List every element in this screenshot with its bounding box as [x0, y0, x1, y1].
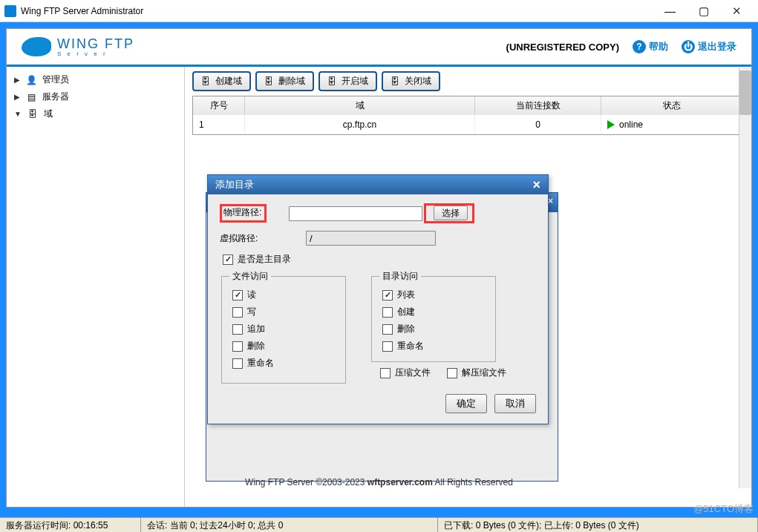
close-icon[interactable]: ×	[548, 196, 553, 206]
cell-domain: cp.ftp.cn	[245, 115, 475, 134]
delete-domain-button[interactable]: 🗄 删除域	[255, 71, 314, 91]
maximize-button[interactable]: ▢	[687, 1, 720, 22]
database-plus-icon: 🗄	[201, 76, 212, 87]
toolbar: 🗄 创建域 🗄 删除域 🗄 开启域 🗄 关闭域	[192, 71, 744, 91]
sidebar-item-admin[interactable]: ▶ 👤 管理员	[14, 71, 177, 88]
file-access-group: 文件访问 读 写 追加 删除 重命名	[221, 270, 346, 384]
file-delete-checkbox[interactable]	[232, 341, 243, 352]
status-sessions: 会话: 当前 0; 过去24小时 0; 总共 0	[141, 518, 438, 532]
minimize-button[interactable]: —	[653, 1, 687, 22]
desktop-area: WING FTP S e r v e r (UNREGISTERED COPY)…	[0, 22, 758, 513]
database-stop-icon: 🗄	[391, 76, 401, 87]
help-label: 帮助	[649, 40, 668, 53]
dir-delete-checkbox[interactable]	[382, 324, 393, 335]
logo-mark-icon	[22, 37, 51, 56]
expand-icon: ▶	[14, 93, 20, 101]
power-icon: ⏻	[682, 40, 695, 53]
dialog-title: 添加目录	[215, 178, 254, 191]
file-read-checkbox[interactable]	[232, 290, 243, 301]
close-button[interactable]: ✕	[720, 1, 754, 22]
unregistered-label: (UNREGISTERED COPY)	[506, 42, 619, 53]
create-domain-button[interactable]: 🗄 创建域	[192, 71, 251, 91]
physical-path-label: 物理路径:	[223, 207, 261, 217]
os-titlebar: Wing FTP Server Administrator — ▢ ✕	[0, 0, 758, 22]
col-header-status[interactable]: 状态	[601, 96, 743, 115]
logo: WING FTP S e r v e r	[22, 36, 134, 57]
logout-label: 退出登录	[698, 40, 736, 53]
expand-icon: ▶	[14, 76, 20, 84]
sidebar-item-domain[interactable]: ▼ 🗄 域	[14, 105, 177, 122]
scrollbar-thumb[interactable]	[739, 70, 751, 115]
vertical-scrollbar[interactable]	[739, 68, 751, 488]
collapse-icon: ▼	[14, 110, 22, 118]
close-icon[interactable]: ×	[532, 177, 540, 193]
cell-status: online	[601, 115, 743, 134]
footer: Wing FTP Server ©2003-2023 wftpserver.co…	[7, 473, 751, 492]
physical-path-input[interactable]	[289, 206, 422, 221]
server-icon: ▤	[24, 92, 38, 102]
is-home-checkbox[interactable]	[223, 254, 233, 265]
start-domain-button[interactable]: 🗄 开启域	[318, 71, 377, 91]
virtual-path-input[interactable]	[306, 231, 436, 246]
table-row[interactable]: 1 cp.ftp.cn 0 online	[193, 115, 743, 134]
statusbar: 服务器运行时间: 00:16:55 会话: 当前 0; 过去24小时 0; 总共…	[0, 517, 758, 532]
col-header-domain[interactable]: 域	[245, 96, 475, 115]
add-directory-dialog: 添加目录 × 物理路径: 选择 虚拟路径:	[207, 174, 549, 424]
footer-link[interactable]: wftpserver.com	[367, 477, 433, 487]
dir-access-group: 目录访问 列表 创建 删除 重命名	[371, 270, 496, 362]
file-write-checkbox[interactable]	[232, 307, 243, 318]
dir-list-checkbox[interactable]	[382, 290, 393, 301]
cancel-button[interactable]: 取消	[494, 394, 536, 413]
cell-sn: 1	[193, 115, 245, 134]
zip-checkbox[interactable]	[380, 368, 391, 378]
virtual-path-label: 虚拟路径:	[220, 232, 278, 245]
logout-link[interactable]: ⏻ 退出登录	[682, 40, 736, 53]
dir-rename-checkbox[interactable]	[382, 341, 393, 352]
cell-conn: 0	[475, 115, 601, 134]
online-icon	[607, 120, 615, 129]
help-icon: ?	[633, 40, 646, 53]
app-header: WING FTP S e r v e r (UNREGISTERED COPY)…	[7, 29, 751, 67]
select-path-button[interactable]: 选择	[434, 206, 468, 220]
database-minus-icon: 🗄	[264, 76, 275, 87]
file-access-legend: 文件访问	[229, 270, 271, 283]
file-append-checkbox[interactable]	[232, 324, 243, 335]
dir-create-checkbox[interactable]	[382, 307, 393, 318]
unzip-checkbox[interactable]	[447, 368, 457, 378]
ok-button[interactable]: 确定	[445, 394, 487, 413]
sidebar-item-label: 域	[44, 108, 53, 120]
sidebar-item-label: 管理员	[42, 73, 69, 86]
domain-icon: 🗄	[26, 109, 39, 119]
database-start-icon: 🗄	[327, 76, 338, 87]
brand-text: WING FTP	[57, 36, 134, 52]
app-icon	[4, 5, 16, 17]
sidebar-item-label: 服务器	[42, 91, 69, 103]
sidebar-item-server[interactable]: ▶ ▤ 服务器	[14, 88, 177, 105]
dir-access-legend: 目录访问	[379, 270, 421, 283]
window-title: Wing FTP Server Administrator	[21, 6, 143, 16]
col-header-sn[interactable]: 序号	[193, 96, 245, 115]
help-link[interactable]: ? 帮助	[633, 40, 668, 53]
domain-grid: 序号 域 当前连接数 状态 1 cp.ftp.cn 0 online	[192, 96, 744, 135]
stop-domain-button[interactable]: 🗄 关闭域	[382, 71, 440, 91]
status-uptime: 服务器运行时间: 00:16:55	[0, 518, 141, 532]
sidebar: ▶ 👤 管理员 ▶ ▤ 服务器 ▼ 🗄 域	[7, 67, 185, 507]
watermark: @51CTO博客	[693, 502, 754, 516]
col-header-conn[interactable]: 当前连接数	[475, 96, 601, 115]
admin-icon: 👤	[24, 75, 38, 85]
app-window: WING FTP S e r v e r (UNREGISTERED COPY)…	[6, 28, 752, 508]
status-transfer: 已下载: 0 Bytes (0 文件); 已上传: 0 Bytes (0 文件)	[438, 518, 758, 532]
file-rename-checkbox[interactable]	[232, 358, 243, 369]
is-home-label: 是否是主目录	[238, 253, 291, 266]
dialog-titlebar[interactable]: 添加目录 ×	[208, 175, 548, 194]
